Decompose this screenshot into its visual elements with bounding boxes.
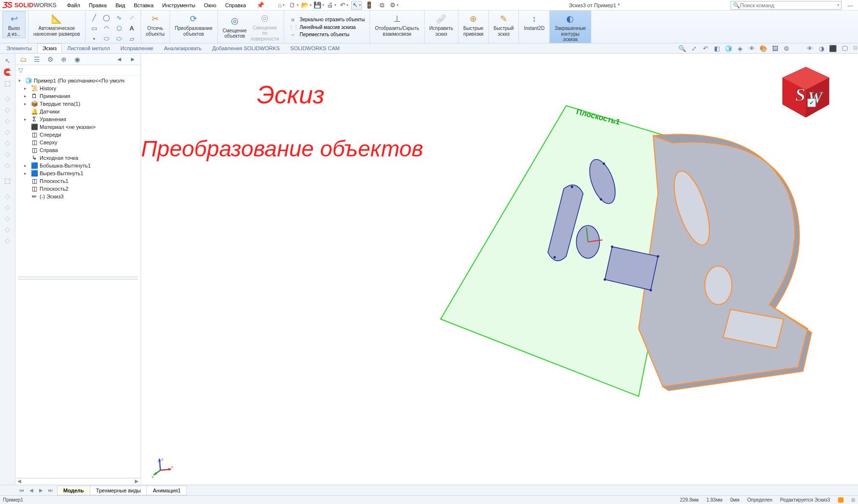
lt-box-icon[interactable]: ⬚ <box>1 78 14 88</box>
search-dropdown-icon[interactable]: ▾ <box>837 3 839 7</box>
offset-entities-button[interactable]: ◎ Смещение объектов <box>221 14 249 40</box>
move-entities-button[interactable]: ↔Переместить объекты <box>287 31 351 38</box>
new-button[interactable]: 🗋 <box>288 1 299 10</box>
rapid-sketch-button[interactable]: ✎ Быстрый эскиз <box>492 12 516 38</box>
fm-scrollbar[interactable]: ◀▶ <box>15 478 141 485</box>
lt-feature2-icon[interactable]: ◇ <box>1 104 14 115</box>
chevron-icon[interactable]: ▸ <box>24 117 30 122</box>
plane-tool[interactable]: ▱ <box>126 34 138 43</box>
menu-view[interactable]: Вид <box>112 1 129 9</box>
print-button[interactable]: 🖨 <box>326 1 337 10</box>
view-settings-icon[interactable]: ⚙ <box>782 44 791 53</box>
fm-tab-property-icon[interactable]: ☰ <box>30 54 43 65</box>
graphics-viewport[interactable]: Эскиз Преобразование объектов S W Плоско… <box>141 54 858 485</box>
polygon-tool[interactable]: ⬡ <box>114 23 125 33</box>
menu-help[interactable]: Справка <box>221 1 250 9</box>
fillet-tool[interactable]: ⟋ <box>126 13 138 22</box>
tree-item-13[interactable]: ◫Плоскость2 <box>15 185 141 193</box>
settings-button[interactable]: ⚙ <box>389 1 400 10</box>
lt-feature7-icon[interactable]: ◇ <box>1 160 14 170</box>
view-tab-3dviews[interactable]: Трехмерные виды <box>90 486 147 495</box>
tree-root[interactable]: ▾ 🧊 Пример1 (По умолчанию<<По умолч <box>15 77 141 84</box>
tree-item-4[interactable]: ▸ΣУравнения <box>15 115 141 123</box>
options-button[interactable]: ⧉ <box>376 1 387 10</box>
exit-sketch-button[interactable]: ↩ Выхо д из... <box>3 12 25 38</box>
rollback-bar[interactable] <box>18 277 138 280</box>
confirm-icon[interactable]: ✔ <box>809 99 814 106</box>
fm-tab-dim-icon[interactable]: ⊕ <box>57 54 71 65</box>
menu-edit[interactable]: Правка <box>85 1 111 9</box>
menu-insert[interactable]: Вставка <box>130 1 157 9</box>
chevron-icon[interactable]: ▸ <box>24 171 30 176</box>
lt-surf5-icon[interactable]: ◇ <box>1 235 14 246</box>
vt-last-icon[interactable]: ⏭ <box>46 486 55 495</box>
zoom-area-icon[interactable]: ⤢ <box>689 44 699 53</box>
tab-cam[interactable]: SOLIDWORKS CAM <box>285 43 345 53</box>
lt-surf2-icon[interactable]: ◇ <box>1 202 14 212</box>
slot-tool[interactable]: ⬭ <box>114 34 125 43</box>
status-custom-icon[interactable]: ⊞ <box>851 497 855 503</box>
open-button[interactable]: 📂 <box>301 1 312 10</box>
circle-tool[interactable]: ◯ <box>101 13 113 22</box>
trim-button[interactable]: ✂ Отсечь объекты <box>144 12 167 38</box>
spline-tool[interactable]: ∿ <box>114 13 125 22</box>
expand-flyout-icon[interactable]: ⊡ <box>853 45 857 50</box>
edit-appearance-icon[interactable]: 🎨 <box>758 44 768 53</box>
fm-tab-display-icon[interactable]: ◉ <box>71 54 84 65</box>
lt-surf1-icon[interactable]: ◇ <box>1 191 14 201</box>
lt-select-icon[interactable]: ↖ <box>1 56 14 66</box>
lt-surf4-icon[interactable]: ◇ <box>1 224 14 235</box>
rectangle-tool[interactable]: ▭ <box>88 23 100 33</box>
tree-item-12[interactable]: ◫Плоскость1 <box>15 177 141 185</box>
tree-item-2[interactable]: ▸📦Твердые тела(1) <box>15 100 141 108</box>
shaded-contours-button[interactable]: ◐ Закрашенные контуры эскиза <box>553 12 587 43</box>
display-style-icon[interactable]: ◈ <box>735 44 745 53</box>
section-view-icon[interactable]: ◧ <box>712 44 722 53</box>
view-orient-icon[interactable]: 🧊 <box>724 44 733 53</box>
fm-nav-right-icon[interactable]: ▶ <box>126 54 140 65</box>
tab-addins[interactable]: Добавления SOLIDWORKS <box>207 43 285 53</box>
ellipse-tool[interactable]: ⬭ <box>101 34 113 43</box>
tree-item-5[interactable]: ⬛Материал <не указан> <box>15 123 141 131</box>
tree-item-7[interactable]: ◫Сверху <box>15 139 141 146</box>
tree-item-9[interactable]: ↳Исходная точка <box>15 154 141 162</box>
menu-window[interactable]: Окно <box>200 1 220 9</box>
tree-item-10[interactable]: ▸🟦Бобышка-Вытянуть1 <box>15 162 141 169</box>
convert-entities-button[interactable]: ⟳ Преобразование объектов <box>173 12 214 38</box>
mirror-entities-button[interactable]: ⧈Зеркально отразить объекты <box>287 16 367 23</box>
hide-types-icon[interactable]: 👁 <box>805 44 815 53</box>
funnel-icon[interactable]: ▽ <box>18 67 23 74</box>
screen-icon[interactable]: 🖵 <box>840 44 849 53</box>
fm-nav-left-icon[interactable]: ◀ <box>113 54 126 65</box>
menu-file[interactable]: Файл <box>63 1 84 9</box>
chevron-icon[interactable]: ▸ <box>24 94 30 98</box>
prev-view-icon[interactable]: ↶ <box>701 44 710 53</box>
chevron-down-icon[interactable]: ▾ <box>18 78 24 83</box>
search-box[interactable]: 🔍 ▾ <box>730 1 842 10</box>
minimize-button[interactable]: — <box>844 1 856 10</box>
tree-item-8[interactable]: ◫Справа <box>15 146 141 154</box>
instant2d-button[interactable]: ↕ Instant2D <box>522 12 546 32</box>
home-button[interactable]: ⌂ <box>276 1 286 10</box>
arc-tool[interactable]: ◠ <box>101 23 113 33</box>
view-tab-model[interactable]: Модель <box>57 486 90 495</box>
text-tool[interactable]: A <box>126 23 138 33</box>
fm-tab-tree-icon[interactable]: 🗂 <box>16 54 30 65</box>
linear-pattern-button[interactable]: ⋮⋮Линейный массив эскиза <box>287 24 358 30</box>
lt-feature1-icon[interactable]: ◇ <box>1 93 14 104</box>
lt-surf3-icon[interactable]: ◇ <box>1 213 14 224</box>
repair-sketch-button[interactable]: 🩹 Исправить эскиз <box>428 12 455 38</box>
apply-scene-icon[interactable]: 🖼 <box>770 44 780 53</box>
rebuild-button[interactable]: 🚦 <box>364 1 374 10</box>
tab-analyze[interactable]: Анализировать <box>158 43 207 53</box>
pin-icon[interactable]: 📌 <box>254 1 267 9</box>
edit-scene-icon[interactable]: ◑ <box>816 44 826 53</box>
chevron-icon[interactable]: ▸ <box>24 163 30 168</box>
lt-magnet-icon[interactable]: 🧲 <box>1 67 14 77</box>
vt-prev-icon[interactable]: ◀ <box>27 486 36 495</box>
fm-tab-config-icon[interactable]: ⚙ <box>43 54 57 65</box>
zoom-fit-icon[interactable]: 🔍 <box>677 44 687 53</box>
status-unit-icon[interactable]: 🟧 <box>838 497 844 503</box>
tree-item-0[interactable]: ▸📜History <box>15 84 141 92</box>
undo-button[interactable]: ↶ <box>339 1 349 10</box>
